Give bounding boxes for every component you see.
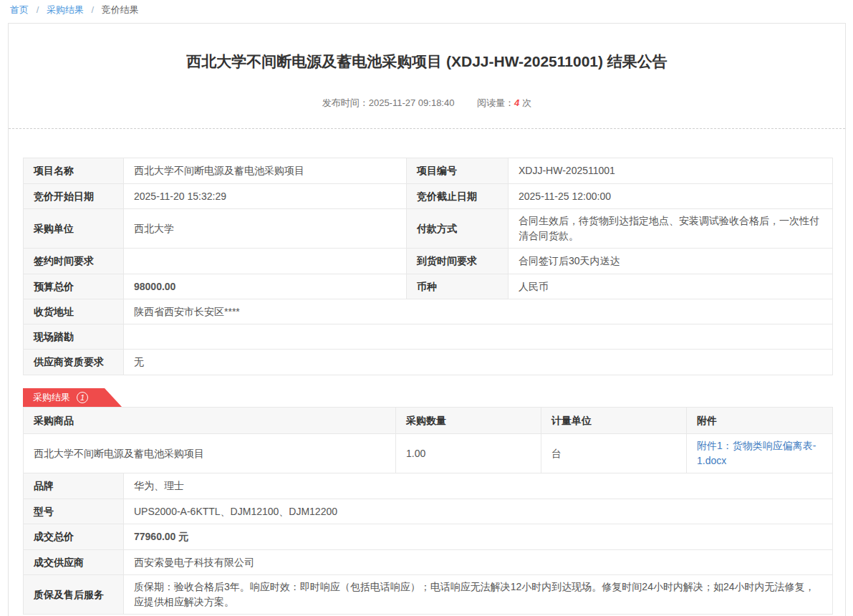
deal-total-price-value: 77960.00 元 (124, 524, 833, 550)
project-name-label: 项目名称 (24, 158, 124, 184)
publish-time-label: 发布时间： (322, 97, 369, 108)
table-row: 签约时间要求 到货时间要求 合同签订后30天内送达 (24, 249, 833, 274)
delivery-address-label: 收货地址 (24, 299, 124, 324)
model-value: UPS2000-A-6KTTL、DJM12100、DJM12200 (124, 499, 833, 524)
project-name-value: 西北大学不间断电源及蓄电池采购项目 (124, 158, 407, 184)
product-column-header: 采购商品 (24, 408, 396, 434)
result-index-badge: 1 (77, 392, 88, 403)
read-count-label: 阅读量： (477, 97, 514, 108)
product-name-cell: 西北大学不间断电源及蓄电池采购项目 (24, 434, 396, 473)
table-header-row: 采购商品 采购数量 计量单位 附件 (24, 408, 833, 434)
payment-method-label: 付款方式 (407, 209, 509, 249)
attachment-link[interactable]: 附件1：货物类响应偏离表-1.docx (697, 440, 816, 466)
delivery-address-value: 陕西省西安市长安区**** (124, 299, 833, 324)
bid-end-value: 2025-11-25 12:00:00 (509, 184, 833, 209)
breadcrumb-separator: / (92, 4, 95, 15)
purchase-result-ribbon: 采购结果 1 (23, 388, 122, 407)
quantity-column-header: 采购数量 (396, 408, 541, 434)
table-row: 供应商资质要求 无 (24, 350, 833, 375)
breadcrumb: 首页 / 采购结果 / 竞价结果 (0, 0, 853, 22)
table-row: 收货地址 陕西省西安市长安区**** (24, 299, 833, 324)
table-row: 品牌 华为、理士 (24, 473, 833, 499)
currency-value: 人民币 (509, 274, 833, 299)
purchaser-value: 西北大学 (124, 209, 407, 249)
currency-label: 币种 (407, 274, 509, 299)
table-row: 竞价开始日期 2025-11-20 15:32:29 竞价截止日期 2025-1… (24, 184, 833, 209)
table-row: 现场踏勘 (24, 324, 833, 350)
breadcrumb-procurement-results-link[interactable]: 采购结果 (47, 4, 84, 15)
warranty-service-label: 质保及售后服务 (24, 575, 124, 615)
table-row: 型号 UPS2000-A-6KTTL、DJM12100、DJM12200 (24, 499, 833, 524)
table-row: 成交供应商 西安索曼电子科技有限公司 (24, 550, 833, 575)
purchase-result-ribbon-label: 采购结果 (33, 391, 70, 404)
breadcrumb-separator: / (37, 4, 39, 15)
deal-total-price-label: 成交总价 (24, 524, 124, 550)
publish-meta: 发布时间：2025-11-27 09:18:40 阅读量：4次 (9, 97, 845, 110)
model-label: 型号 (24, 499, 124, 524)
page-title: 西北大学不间断电源及蓄电池采购项目 (XDJJ-HW-202511001) 结果… (37, 51, 816, 72)
table-row: 西北大学不间断电源及蓄电池采购项目 1.00 台 附件1：货物类响应偏离表-1.… (24, 434, 833, 473)
budget-total-label: 预算总价 (24, 274, 124, 299)
brand-value: 华为、理士 (124, 473, 833, 499)
bid-end-label: 竞价截止日期 (407, 184, 509, 209)
table-row: 预算总价 98000.00 币种 人民币 (24, 274, 833, 299)
signing-time-label: 签约时间要求 (24, 249, 124, 274)
signing-time-value (124, 249, 407, 274)
quantity-cell: 1.00 (396, 434, 541, 473)
breadcrumb-home-link[interactable]: 首页 (10, 4, 29, 15)
warranty-service-value: 质保期：验收合格后3年。响应时效：即时响应（包括电话响应）；电话响应无法解决12… (124, 575, 833, 615)
table-row: 项目名称 西北大学不间断电源及蓄电池采购项目 项目编号 XDJJ-HW-2025… (24, 158, 833, 184)
winning-supplier-label: 成交供应商 (24, 550, 124, 575)
delivery-time-value: 合同签订后30天内送达 (509, 249, 833, 274)
site-survey-label: 现场踏勘 (24, 324, 124, 350)
brand-label: 品牌 (24, 473, 124, 499)
purchase-result-detail-table: 品牌 华为、理士 型号 UPS2000-A-6KTTL、DJM12100、DJM… (23, 473, 833, 615)
budget-total-value: 98000.00 (124, 274, 407, 299)
read-count-unit: 次 (522, 97, 531, 108)
bid-start-label: 竞价开始日期 (24, 184, 124, 209)
supplier-qualification-value: 无 (124, 350, 833, 375)
attachment-column-header: 附件 (687, 408, 833, 434)
breadcrumb-current-page: 竞价结果 (102, 4, 139, 15)
dashed-divider (9, 128, 845, 129)
table-row: 采购单位 西北大学 付款方式 合同生效后，待货物到达指定地点、安装调试验收合格后… (24, 209, 833, 249)
purchase-result-table: 采购商品 采购数量 计量单位 附件 西北大学不间断电源及蓄电池采购项目 1.00… (23, 407, 833, 473)
project-info-table: 项目名称 西北大学不间断电源及蓄电池采购项目 项目编号 XDJJ-HW-2025… (23, 158, 833, 375)
announcement-card: 西北大学不间断电源及蓄电池采购项目 (XDJJ-HW-202511001) 结果… (8, 23, 846, 616)
bid-start-value: 2025-11-20 15:32:29 (124, 184, 407, 209)
unit-cell: 台 (541, 434, 687, 473)
publish-time-value: 2025-11-27 09:18:40 (369, 97, 455, 108)
table-row: 成交总价 77960.00 元 (24, 524, 833, 550)
table-row: 质保及售后服务 质保期：验收合格后3年。响应时效：即时响应（包括电话响应）；电话… (24, 575, 833, 615)
supplier-qualification-label: 供应商资质要求 (24, 350, 124, 375)
unit-column-header: 计量单位 (541, 408, 687, 434)
read-count-value: 4 (514, 97, 519, 108)
delivery-time-label: 到货时间要求 (407, 249, 509, 274)
winning-supplier-value: 西安索曼电子科技有限公司 (124, 550, 833, 575)
purchaser-label: 采购单位 (24, 209, 124, 249)
site-survey-value (124, 324, 833, 350)
payment-method-value: 合同生效后，待货物到达指定地点、安装调试验收合格后，一次性付清合同货款。 (509, 209, 833, 249)
project-number-value: XDJJ-HW-202511001 (509, 158, 833, 184)
project-number-label: 项目编号 (407, 158, 509, 184)
